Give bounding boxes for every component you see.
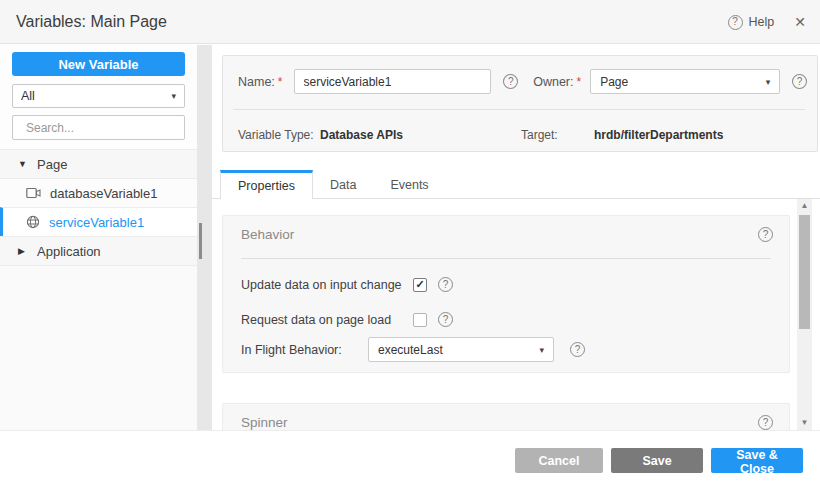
tree-item-label: databaseVariable1 bbox=[50, 186, 157, 201]
name-label: Name: bbox=[238, 75, 275, 89]
name-help-icon[interactable]: ? bbox=[503, 74, 518, 89]
detail-tabbar: Properties Data Events bbox=[212, 170, 820, 199]
scroll-up-icon[interactable]: ▲ bbox=[797, 199, 812, 213]
update-data-on-input-change-label: Update data on input change bbox=[241, 278, 413, 292]
save-button[interactable]: Save bbox=[611, 448, 703, 473]
scrollbar-thumb[interactable] bbox=[799, 215, 810, 329]
variable-summary-form: Name: * ? Owner: * Page ▾ ? Variable Typ… bbox=[222, 55, 818, 152]
behavior-section: Behavior ? Update data on input change ✓… bbox=[222, 215, 790, 373]
tab-data[interactable]: Data bbox=[313, 170, 373, 199]
properties-scrollbar[interactable]: ▲ ▼ bbox=[797, 199, 812, 430]
tab-events[interactable]: Events bbox=[373, 170, 445, 199]
page-title: Variables: Main Page bbox=[16, 0, 167, 44]
cancel-button[interactable]: Cancel bbox=[515, 448, 603, 473]
chevron-down-icon: ▾ bbox=[171, 91, 176, 101]
behavior-section-title: Behavior bbox=[241, 227, 294, 242]
variables-sidebar: New Variable All ▾ ▼ Page databaseVariab… bbox=[0, 45, 197, 430]
in-flight-behavior-label: In Flight Behavior: bbox=[241, 343, 368, 357]
close-icon[interactable]: ✕ bbox=[794, 14, 806, 30]
request-data-on-page-load-checkbox[interactable] bbox=[413, 313, 427, 327]
required-marker: * bbox=[278, 75, 283, 89]
update-data-help-icon[interactable]: ? bbox=[438, 277, 453, 292]
database-variable-icon bbox=[26, 187, 41, 199]
tree-group-application[interactable]: ▶ Application bbox=[0, 236, 197, 265]
spinner-section-title: Spinner bbox=[241, 415, 288, 430]
tree-item-databaseVariable1[interactable]: databaseVariable1 bbox=[0, 178, 197, 207]
properties-scroll-area: Behavior ? Update data on input change ✓… bbox=[212, 199, 797, 430]
save-and-close-button[interactable]: Save & Close bbox=[711, 448, 803, 473]
tree-item-serviceVariable1[interactable]: serviceVariable1 bbox=[0, 207, 197, 236]
caret-down-icon[interactable]: ▼ bbox=[18, 159, 28, 169]
spinner-help-icon[interactable]: ? bbox=[758, 415, 773, 430]
name-field[interactable] bbox=[294, 69, 492, 94]
required-marker: * bbox=[577, 75, 582, 89]
variable-tree: ▼ Page databaseVariable1 service bbox=[0, 149, 197, 430]
scroll-down-icon[interactable]: ▼ bbox=[797, 416, 812, 430]
in-flight-behavior-help-icon[interactable]: ? bbox=[570, 342, 585, 357]
variable-search[interactable] bbox=[12, 115, 185, 140]
section-divider bbox=[241, 258, 771, 259]
variable-filter-value: All bbox=[21, 89, 35, 103]
tree-group-label: Page bbox=[37, 157, 67, 172]
target-label: Target: bbox=[521, 128, 558, 142]
form-divider bbox=[233, 109, 805, 110]
target-value: hrdb/filterDepartments bbox=[594, 128, 723, 142]
tab-properties[interactable]: Properties bbox=[220, 170, 313, 199]
in-flight-behavior-select[interactable]: executeLast ▾ bbox=[368, 337, 554, 362]
help-icon[interactable]: ? bbox=[728, 15, 743, 30]
request-data-on-page-load-label: Request data on page load bbox=[241, 313, 413, 327]
tree-group-page[interactable]: ▼ Page bbox=[0, 149, 197, 178]
owner-label: Owner: bbox=[533, 75, 573, 89]
service-variable-icon bbox=[26, 215, 40, 229]
behavior-help-icon[interactable]: ? bbox=[758, 227, 773, 242]
update-data-on-input-change-checkbox[interactable]: ✓ bbox=[413, 278, 427, 292]
dialog-header: Variables: Main Page ? Help ✕ bbox=[0, 0, 820, 44]
new-variable-button[interactable]: New Variable bbox=[12, 52, 185, 76]
tree-group-label: Application bbox=[37, 244, 101, 259]
panel-divider bbox=[197, 45, 212, 430]
variable-detail-panel: Name: * ? Owner: * Page ▾ ? Variable Typ… bbox=[212, 45, 820, 430]
variable-type-value: Database APIs bbox=[320, 128, 403, 142]
variable-type-label: Variable Type: bbox=[238, 128, 314, 142]
owner-select-value: Page bbox=[600, 75, 628, 89]
search-input[interactable] bbox=[26, 121, 181, 135]
owner-select[interactable]: Page ▾ bbox=[590, 69, 780, 94]
variable-filter-select[interactable]: All ▾ bbox=[12, 84, 185, 108]
chevron-down-icon: ▾ bbox=[766, 77, 771, 87]
request-data-help-icon[interactable]: ? bbox=[438, 312, 453, 327]
dialog-footer: Cancel Save Save & Close bbox=[0, 430, 820, 487]
caret-right-icon[interactable]: ▶ bbox=[18, 246, 28, 256]
tree-item-label: serviceVariable1 bbox=[49, 215, 144, 230]
help-link[interactable]: Help bbox=[749, 15, 775, 29]
sidebar-scrollbar-thumb[interactable] bbox=[199, 223, 202, 259]
chevron-down-icon: ▾ bbox=[539, 345, 544, 355]
owner-help-icon[interactable]: ? bbox=[792, 74, 807, 89]
in-flight-behavior-value: executeLast bbox=[378, 343, 443, 357]
